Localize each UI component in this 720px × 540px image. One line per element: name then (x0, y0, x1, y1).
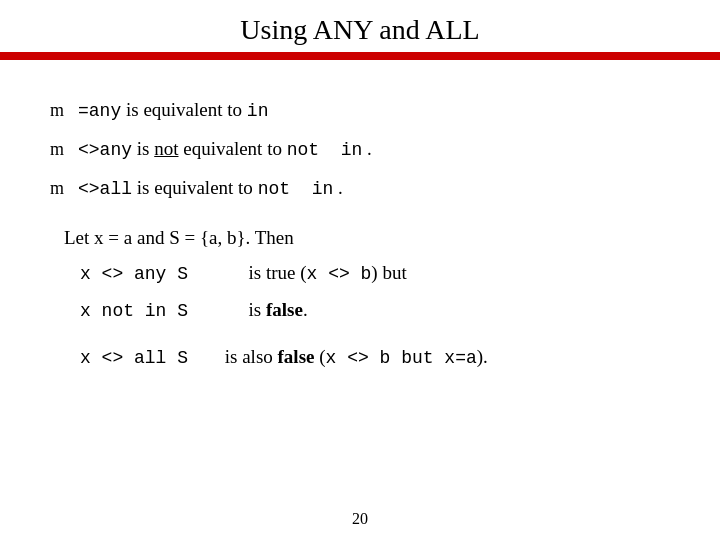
example-text-1: is true (x <> b) but (220, 259, 407, 288)
code-x-neq-b-1: x <> b (307, 264, 372, 284)
examples-block: x <> any S is true (x <> b) but x not in… (80, 259, 670, 372)
text-eq-equiv: is equivalent to (126, 99, 247, 120)
example-row-2: x not in S is false. (80, 296, 670, 325)
example-row-1: x <> any S is true (x <> b) but (80, 259, 670, 288)
bullet-item-2: m <>any is not equivalent to not in . (50, 135, 670, 164)
code-not-in-2: not in (258, 179, 334, 199)
code-neq-all: <>all (78, 179, 132, 199)
text-equiv-3: is equivalent to (137, 177, 258, 198)
text-not-1: not (154, 138, 178, 159)
text-is: is (137, 138, 154, 159)
bullet-marker-1: m (50, 97, 64, 124)
example-text-3: is also false (x <> b but x=a). (220, 343, 488, 372)
example-code-1: x <> any S (80, 261, 220, 288)
bullet-text-3: <>all is equivalent to not in . (78, 174, 343, 203)
bullet-marker-3: m (50, 175, 64, 202)
example-row-3: x <> all S is also false (x <> b but x=a… (80, 343, 670, 372)
code-not-in-1: not in (287, 140, 363, 160)
text-false-1: false (266, 299, 303, 320)
top-bar-decoration (0, 52, 720, 60)
text-false-2: false (278, 346, 315, 367)
example-code-2: x not in S (80, 298, 220, 325)
slide: Using ANY and ALL m =any is equivalent t… (0, 0, 720, 540)
text-equiv-2: equivalent to (183, 138, 286, 159)
example-code-3: x <> all S (80, 345, 220, 372)
slide-content: m =any is equivalent to in m <>any is no… (0, 66, 720, 390)
text-period-2: . (338, 177, 343, 198)
slide-title: Using ANY and ALL (0, 0, 720, 52)
bullet-text-2: <>any is not equivalent to not in . (78, 135, 372, 164)
code-any-eq: =any (78, 101, 121, 121)
example-text-2: is false. (220, 296, 308, 325)
bullet-item-3: m <>all is equivalent to not in . (50, 174, 670, 203)
intro-text: Let x = a and S = {a, b}. Then (64, 223, 670, 253)
bullet-item-1: m =any is equivalent to in (50, 96, 670, 125)
text-period-1: . (367, 138, 372, 159)
bullet-marker-2: m (50, 136, 64, 163)
page-number: 20 (0, 510, 720, 528)
code-x-neq-b-all: x <> b but x=a (326, 348, 477, 368)
bullet-list: m =any is equivalent to in m <>any is no… (50, 96, 670, 203)
code-neq-any: <>any (78, 140, 132, 160)
code-in-1: in (247, 101, 269, 121)
bullet-text-1: =any is equivalent to in (78, 96, 268, 125)
